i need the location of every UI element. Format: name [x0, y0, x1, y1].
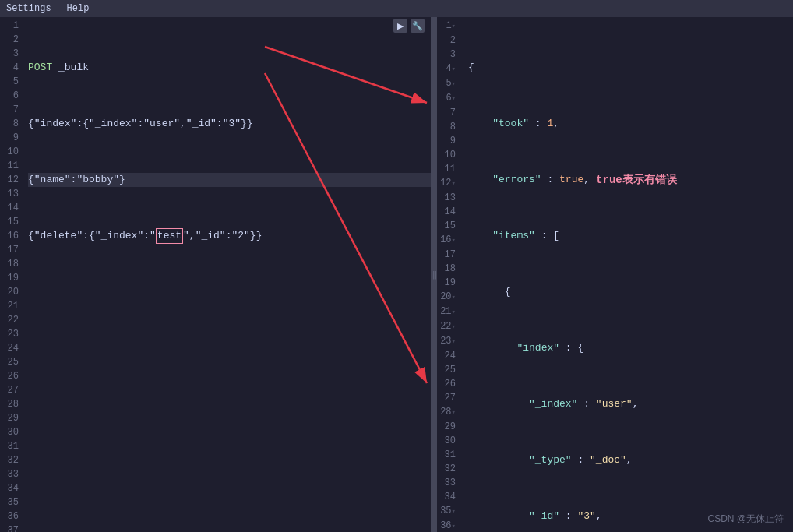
menu-settings[interactable]: Settings [6, 3, 51, 14]
code-line-7 [28, 369, 431, 383]
code-line-1: POST _bulk [28, 61, 431, 75]
code-line-9 [28, 453, 431, 467]
right-line-numbers: 1▾ 2 3 4▾ 5▾ 6▾ 7 8 9 10 11 12▾ 13 14 15… [437, 17, 460, 532]
toolbar: ▶ 🔧 [393, 19, 425, 33]
right-code-content: { "took" : 1, "errors" : true, true表示有错误… [460, 17, 793, 532]
wrench-button[interactable]: 🔧 [411, 19, 425, 33]
right-code-line-8: "_type" : "_doc", [468, 453, 793, 467]
menu-help[interactable]: Help [67, 3, 90, 14]
right-code-line-2: "took" : 1, [468, 117, 793, 131]
code-line-2: {"index":{"_index":"user","_id":"3"}} [28, 117, 431, 131]
left-code-content: POST _bulk {"index":{"_index":"user","_i… [23, 17, 431, 532]
code-line-5 [28, 285, 431, 299]
left-panel: ▶ 🔧 1 2 3 4 5 6 7 8 9 10 11 12 13 14 15 … [0, 17, 432, 532]
code-line-3: {"name":"bobby"} [28, 173, 431, 187]
right-code-line-3: "errors" : true, true表示有错误 [468, 173, 793, 187]
right-code-area[interactable]: 1▾ 2 3 4▾ 5▾ 6▾ 7 8 9 10 11 12▾ 13 14 15… [437, 17, 793, 532]
watermark: CSDN @无休止符 [707, 513, 784, 526]
left-code-area[interactable]: 1 2 3 4 5 6 7 8 9 10 11 12 13 14 15 16 1… [0, 17, 431, 532]
run-button[interactable]: ▶ [393, 19, 407, 33]
top-bar: Settings Help [0, 0, 793, 17]
left-line-numbers: 1 2 3 4 5 6 7 8 9 10 11 12 13 14 15 16 1… [0, 17, 23, 532]
right-code-line-1: { [468, 61, 793, 75]
code-line-8 [28, 411, 431, 425]
right-code-line-5: { [468, 285, 793, 299]
right-code-line-7: "_index" : "user", [468, 397, 793, 411]
right-panel: 1▾ 2 3 4▾ 5▾ 6▾ 7 8 9 10 11 12▾ 13 14 15… [437, 17, 793, 532]
right-code-line-4: "items" : [ [468, 229, 793, 243]
right-code-line-6: "index" : { [468, 341, 793, 355]
code-line-4: {"delete":{"_index":"test","_id":"2"}} [28, 229, 431, 243]
code-line-10 [28, 495, 431, 509]
main-area: ▶ 🔧 1 2 3 4 5 6 7 8 9 10 11 12 13 14 15 … [0, 17, 793, 532]
code-line-6 [28, 327, 431, 341]
